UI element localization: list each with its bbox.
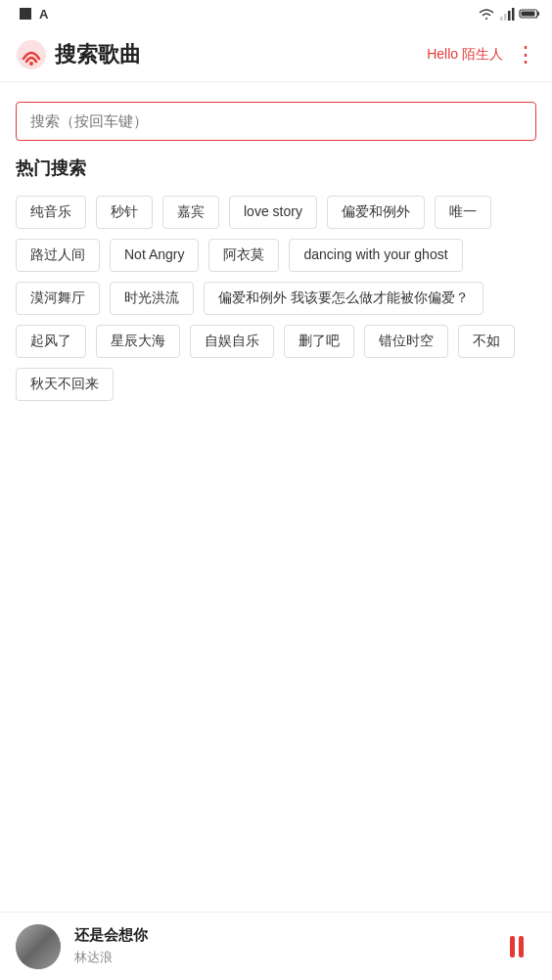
hot-search-section: 热门搜索 纯音乐秒针嘉宾love story偏爱和例外唯一路过人间Not Ang… (0, 156, 552, 401)
svg-rect-1 (500, 17, 503, 21)
hot-search-tag[interactable]: 路过人间 (16, 239, 100, 272)
signal-icon (499, 7, 515, 21)
app-logo (16, 39, 47, 70)
svg-rect-0 (20, 8, 31, 20)
greeting-text: Hello 陌生人 (427, 46, 503, 64)
hot-search-tag[interactable]: 时光洪流 (110, 282, 194, 315)
page-title: 搜索歌曲 (55, 40, 427, 69)
hot-search-tag[interactable]: 唯一 (435, 196, 491, 229)
search-input[interactable] (30, 112, 522, 129)
pause-bar-left (510, 936, 515, 958)
hot-search-tag[interactable]: 漠河舞厅 (16, 282, 100, 315)
app-header: 搜索歌曲 Hello 陌生人 ⋮ (0, 27, 552, 82)
status-bar: A (0, 0, 552, 27)
hot-search-tag[interactable]: dancing with your ghost (289, 239, 462, 272)
hot-search-tag[interactable]: love story (229, 196, 317, 229)
hot-search-tag[interactable]: 阿衣莫 (208, 239, 279, 272)
album-art (16, 924, 61, 969)
hot-search-tag[interactable]: 嘉宾 (162, 196, 219, 229)
now-playing-bar: 还是会想你 林达浪 (0, 912, 552, 980)
hot-search-tag[interactable]: 秒针 (96, 196, 153, 229)
hot-search-title: 热门搜索 (16, 156, 536, 180)
hot-search-tag[interactable]: 秋天不回来 (16, 368, 114, 401)
wifi-icon (478, 7, 495, 21)
song-artist: 林达浪 (74, 949, 497, 966)
album-art-image (16, 924, 61, 969)
square-icon (18, 6, 33, 22)
status-a-label: A (39, 7, 48, 22)
svg-rect-7 (522, 12, 535, 17)
hot-search-tag[interactable]: 自娱自乐 (190, 325, 274, 358)
search-box[interactable] (16, 102, 536, 141)
battery-icon (519, 8, 540, 20)
pause-button[interactable] (497, 927, 536, 966)
hot-search-tag[interactable]: 星辰大海 (96, 325, 180, 358)
hot-search-tag[interactable]: 偏爱和例外 我该要怎么做才能被你偏爱？ (204, 282, 483, 315)
svg-rect-4 (512, 8, 515, 21)
pause-icon (510, 936, 524, 958)
hot-search-tag[interactable]: 起风了 (16, 325, 86, 358)
svg-rect-6 (537, 12, 539, 16)
hot-search-tag[interactable]: 纯音乐 (16, 196, 86, 229)
status-right (478, 7, 540, 21)
svg-point-9 (29, 62, 33, 66)
hot-search-tag[interactable]: 错位时空 (364, 325, 448, 358)
menu-button[interactable]: ⋮ (515, 42, 536, 67)
song-info: 还是会想你 林达浪 (74, 926, 497, 966)
hot-search-tag[interactable]: Not Angry (110, 239, 199, 272)
hot-search-tag[interactable]: 偏爱和例外 (327, 196, 425, 229)
hot-search-tag[interactable]: 不如 (458, 325, 515, 358)
tags-container: 纯音乐秒针嘉宾love story偏爱和例外唯一路过人间Not Angry阿衣莫… (16, 196, 536, 401)
svg-rect-3 (508, 11, 511, 21)
svg-rect-2 (504, 14, 507, 21)
pause-bar-right (519, 936, 524, 958)
status-left: A (12, 6, 48, 22)
song-title: 还是会想你 (74, 926, 497, 945)
hot-search-tag[interactable]: 删了吧 (284, 325, 354, 358)
